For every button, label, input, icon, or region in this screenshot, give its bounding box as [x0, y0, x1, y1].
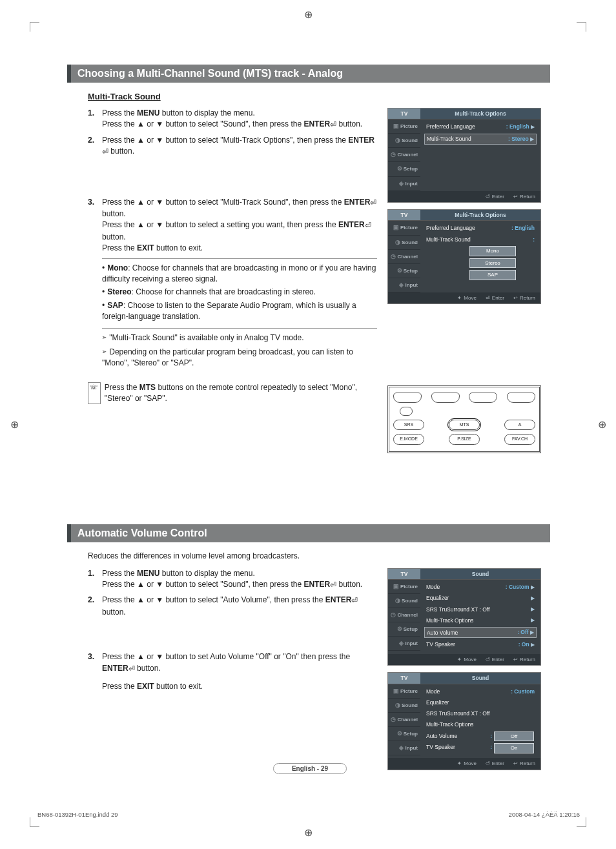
t: ENTER [348, 136, 375, 145]
s1-step3: 3. Press the ▲ or ▼ button to select "Mu… [88, 197, 377, 254]
osd-row: Multi-Track Options [424, 720, 537, 729]
section1-subtitle: Multi-Track Sound [88, 92, 550, 101]
t: button. [336, 580, 362, 589]
t: Channel [397, 612, 418, 618]
crop-tr [577, 22, 586, 32]
t: TV Speaker [426, 743, 455, 751]
osd-2a: TVSound ▣Picture ◑Sound ◷Channel ⚙Setup … [387, 568, 541, 666]
t: Press the [102, 682, 137, 691]
t: : Off [517, 629, 528, 635]
enter-icon: ⏎ [370, 198, 376, 209]
t: Press the [102, 108, 137, 118]
osd-tab: ⚙Setup [388, 622, 420, 637]
osd-tab: ⚙Setup [388, 727, 420, 741]
page-number-pill: English - 29 [273, 763, 347, 774]
t: "Multi-Track Sound" is available only in… [109, 333, 303, 342]
t: SAP [107, 301, 123, 310]
s1-step2: 2. Press the ▲ or ▼ button to select "Mu… [88, 135, 377, 158]
osd-row: Multi-Track Options▶ [424, 616, 537, 625]
osd-option: On [494, 743, 534, 753]
t: TV Speaker [426, 640, 455, 648]
t: Setup [404, 626, 418, 632]
t: : Choose to listen to the Separate Audio… [102, 301, 356, 321]
print-mark-right: ⊕ [597, 419, 607, 429]
footer-right: 2008-04-14 ¿ÀÈÄ 1:20:16 [509, 811, 580, 818]
osd-option: Off [494, 731, 534, 742]
t: Auto Volume [427, 629, 458, 637]
osd-2b: TVSound ▣Picture ◑Sound ◷Channel ⚙Setup … [387, 672, 541, 770]
t: : English [506, 123, 529, 130]
print-mark-bottom: ⊕ [303, 827, 313, 837]
arrow-icon: ➢ [102, 333, 107, 342]
t: Press the ▲ or ▼ button to select "Sound… [102, 119, 303, 128]
t: Mode [426, 583, 440, 591]
t: Input [405, 745, 418, 751]
t: Move [464, 760, 477, 768]
osd-row: SRS TruSurround XT : Off [424, 709, 537, 718]
t: Press the [105, 383, 139, 392]
t: Stereo [107, 287, 131, 296]
osd-footer: ✦ Move⏎ Enter↩ Return [388, 292, 540, 304]
t: Move [464, 656, 477, 664]
osd-tv: TV [388, 569, 420, 580]
t: Press the ▲ or ▼ button to select "Multi… [102, 136, 348, 145]
step-number: 2. [88, 595, 102, 618]
t: Multi-Track Options [426, 617, 473, 624]
section2-left: 1. Press the MENU button to display the … [67, 568, 377, 777]
t: Picture [400, 225, 418, 230]
print-mark-left: ⊕ [9, 419, 19, 429]
t: Press the [102, 569, 137, 578]
step-number: 1. [88, 568, 102, 591]
osd-tab: ⚙Setup [388, 264, 420, 278]
osd-1b: TVMulti-Track Options ▣Picture ◑Sound ◷C… [387, 209, 541, 304]
osd-row: Preferred Language: English ▶ [424, 122, 537, 132]
enter-icon: ⏎ [102, 147, 108, 158]
t: : Stereo [508, 136, 529, 142]
remote-icon: ☏ [88, 382, 101, 405]
step-number: 3. [88, 651, 102, 692]
bullet: • [102, 301, 105, 310]
enter-icon: ⏎ [330, 119, 336, 130]
print-mark-top: ⊕ [303, 9, 313, 19]
arrow-icon: ➢ [102, 347, 107, 356]
t: Sound [402, 240, 418, 245]
t: Return [520, 760, 535, 768]
page-number: English - 29 [194, 762, 426, 774]
osd-tab: ◑Sound [388, 594, 420, 608]
t: : [490, 732, 492, 740]
bullet: • [102, 263, 105, 272]
osd-title: Multi-Track Options [420, 210, 540, 221]
t: Press the [102, 243, 137, 252]
t: : Custom [506, 584, 529, 590]
t: EXIT [137, 243, 154, 252]
t: button. [135, 664, 161, 673]
t: Multi-Track Options [426, 721, 473, 728]
osd-row: Mode: Custom ▶ [424, 582, 537, 592]
osd-tab: ◈Input [388, 177, 420, 191]
remote-button: E.MODE [393, 434, 424, 444]
osd-footer: ✦ Move⏎ Enter↩ Return [388, 654, 540, 666]
osd-row: Mode: Custom [424, 687, 537, 696]
crop-bl [30, 817, 39, 827]
osd-tab: ▣Picture [388, 684, 420, 699]
footer-left: BN68-01392H-01Eng.indd 29 [37, 811, 118, 818]
enter-icon: ⏎ [351, 595, 358, 606]
t: Equalizer [426, 699, 449, 706]
bullet-list: •Mono: Choose for channels that are broa… [102, 258, 377, 329]
t: Input [405, 282, 418, 288]
t: SRS TruSurround XT : Off [426, 606, 489, 613]
osd-row-selected: Auto Volume: Off ▶ [424, 627, 537, 638]
page-content: Choosing a Multi-Channel Sound (MTS) tra… [67, 65, 550, 777]
s2-step3: 3. Press the ▲ or ▼ button to set Auto V… [88, 651, 377, 692]
osd-title: Multi-Track Options [420, 108, 540, 119]
crop-tl [30, 22, 39, 32]
arrow-note: ➢"Multi-Track Sound" is available only i… [102, 332, 377, 343]
t: Press the ▲ or ▼ button to select a sett… [102, 220, 338, 229]
t: Return [520, 193, 535, 201]
arrow-note: ➢Depending on the particular program bei… [102, 347, 377, 369]
osd-tab: ▣Picture [388, 119, 420, 134]
section1-title: Choosing a Multi-Channel Sound (MTS) tra… [67, 65, 550, 83]
osd-tab: ◷Channel [388, 713, 420, 727]
remote-button [393, 393, 422, 403]
t: ENTER [325, 595, 352, 604]
